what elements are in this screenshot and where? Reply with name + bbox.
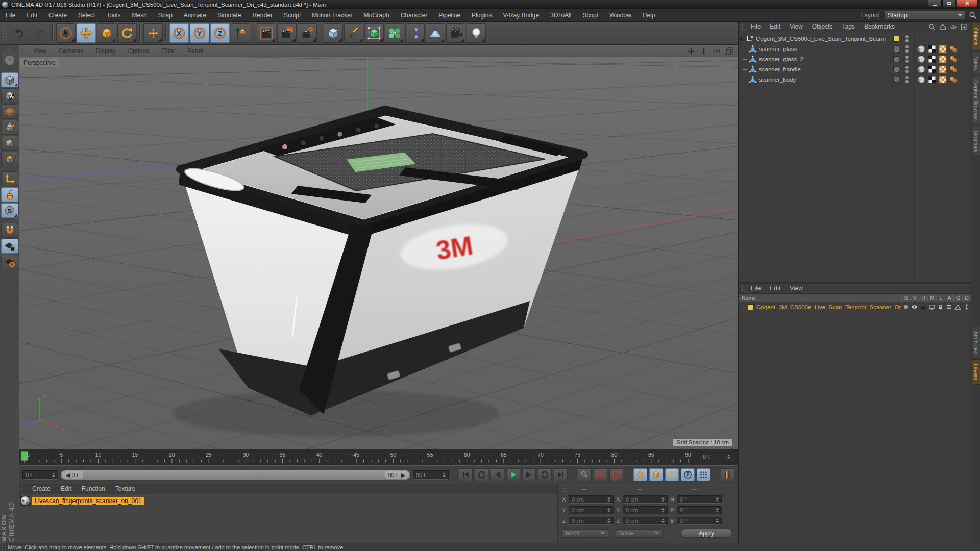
menu-item-panel[interactable]: Panel <box>181 45 209 57</box>
goto-end-button[interactable] <box>554 468 568 481</box>
object-tags[interactable] <box>917 45 958 53</box>
expand-toggle-icon[interactable] <box>740 37 744 41</box>
uvw-tag-icon[interactable] <box>928 76 936 84</box>
menu-item-animate[interactable]: Animate <box>178 9 212 21</box>
layout-select[interactable]: Startup <box>884 11 966 20</box>
camera-label[interactable]: Perspective <box>20 59 59 67</box>
frame-spinner[interactable] <box>727 455 730 459</box>
menu-item-render[interactable]: Render <box>247 9 278 21</box>
add-spline-button[interactable] <box>344 23 363 43</box>
menu-item-file[interactable]: File <box>746 22 765 32</box>
menu-item-function[interactable]: Function <box>77 484 110 494</box>
next-frame-button[interactable] <box>522 468 536 481</box>
add-layer-icon[interactable] <box>961 23 968 31</box>
range-start-field[interactable]: 0 F <box>22 470 58 480</box>
current-frame-field[interactable]: 0 F <box>700 452 733 461</box>
toggle-view-icon[interactable] <box>724 46 734 56</box>
coord-position-z-field[interactable]: 0 cm <box>569 517 614 525</box>
menu-item-bookmarks[interactable]: Bookmarks <box>860 22 899 32</box>
menu-item-snap[interactable]: Snap <box>153 9 178 21</box>
render-settings-button[interactable] <box>298 23 317 43</box>
range-end-field[interactable]: 90 F <box>413 470 449 480</box>
viewport-grip[interactable] <box>21 48 26 54</box>
object-row-scanner_handle[interactable]: scanner_handle <box>739 64 971 74</box>
coordinate-system-button[interactable] <box>231 23 250 43</box>
coord-scale-z-field[interactable]: 0 cm <box>623 517 668 525</box>
rail-grip[interactable] <box>7 46 12 52</box>
apply-button[interactable]: Apply <box>681 529 732 538</box>
range-slider-start-handle[interactable]: ◀ 0 F <box>62 471 83 479</box>
menu-item-mograph[interactable]: MoGraph <box>358 9 395 21</box>
menu-item-script[interactable]: Script <box>577 9 604 21</box>
timeline-ruler[interactable]: 051015202530354045505560657075808590 0 F <box>19 449 738 465</box>
toolbar-grip[interactable] <box>3 27 8 40</box>
key-rotation-button[interactable] <box>665 468 679 481</box>
tab-content-browser[interactable]: Content Browser <box>971 76 980 124</box>
material-grip[interactable] <box>21 486 26 492</box>
add-floor-button[interactable] <box>426 23 445 43</box>
coord-scale-x-field[interactable]: 0 cm <box>623 495 668 504</box>
range-slider-end-handle[interactable]: 90 F ▶ <box>384 471 409 479</box>
lock-y-axis-button[interactable]: Y <box>190 23 209 43</box>
enable-snap-button[interactable]: S <box>1 203 18 218</box>
menu-item-display[interactable]: Display <box>89 45 121 57</box>
menu-item-edit[interactable]: Edit <box>765 284 785 293</box>
material-thumbnail[interactable] <box>20 496 30 506</box>
texture-tag-icon[interactable] <box>939 76 947 84</box>
planar-workplane-button[interactable] <box>1 255 18 269</box>
menu-item-objects[interactable]: Objects <box>807 22 838 32</box>
object-tags[interactable] <box>917 55 958 63</box>
menu-item-options[interactable]: Options <box>122 45 155 57</box>
add-camera-button[interactable] <box>446 23 465 43</box>
menu-item-edit[interactable]: Edit <box>21 9 43 21</box>
visibility-toggles[interactable] <box>905 35 909 42</box>
layer-toggle-icons[interactable] <box>901 304 971 310</box>
polygons-mode-button[interactable] <box>1 152 18 166</box>
add-deformer-button[interactable] <box>405 23 425 43</box>
visibility-toggles[interactable] <box>905 56 909 63</box>
snap-magnet-button[interactable] <box>1 223 18 238</box>
add-cloner-button[interactable] <box>385 23 404 43</box>
key-position-button[interactable] <box>633 468 647 481</box>
texture-tag-icon[interactable] <box>939 55 947 63</box>
scanner-3d-model[interactable]: 3M <box>179 110 584 416</box>
enable-axis-mode-button[interactable] <box>1 171 18 186</box>
autokey-help-button[interactable]: ? <box>609 468 623 481</box>
object-row-scanner_body[interactable]: scanner_body <box>739 74 971 85</box>
key-scale-button[interactable] <box>649 468 663 481</box>
coordinate-space-select[interactable]: World <box>561 529 608 538</box>
material-tag-icon[interactable] <box>949 65 958 73</box>
material-tag-icon[interactable] <box>949 45 958 53</box>
pan-view-icon[interactable] <box>686 46 696 56</box>
object-row-scanner_glass_2[interactable]: scanner_glass_2 <box>739 54 971 64</box>
edges-mode-button[interactable] <box>1 136 18 151</box>
search-icon[interactable] <box>928 23 936 31</box>
menu-item-view[interactable]: View <box>785 284 807 293</box>
add-subdivision-surface-button[interactable] <box>364 23 384 43</box>
add-cube-button[interactable] <box>324 23 343 43</box>
menu-item-help[interactable]: Help <box>637 9 661 21</box>
play-forward-button[interactable] <box>506 468 520 481</box>
key-parameter-button[interactable]: P <box>681 468 695 481</box>
tab-attributes[interactable]: Attributes <box>971 327 980 358</box>
material-tag-icon[interactable] <box>949 76 958 84</box>
coord-position-y-field[interactable]: 0 cm <box>569 506 614 514</box>
object-tags[interactable] <box>917 65 958 73</box>
live-selection-button[interactable] <box>56 23 76 43</box>
coord-scale-y-field[interactable]: 0 cm <box>623 506 668 514</box>
texture-mode-button[interactable] <box>1 88 18 103</box>
menu-item-filter[interactable]: Filter <box>155 45 181 57</box>
object-manager-grip[interactable] <box>740 24 745 30</box>
rotate-view-icon[interactable] <box>712 46 722 56</box>
rotate-tool-button[interactable] <box>117 23 137 43</box>
menu-item-view[interactable]: View <box>785 22 807 32</box>
layer-name[interactable]: Cogent_3M_CS500e_Live_Scan_Tenprint_Scan… <box>756 304 901 310</box>
viewport-solo-button[interactable] <box>1 187 18 202</box>
menu-item-texture[interactable]: Texture <box>110 484 140 494</box>
material-tag-icon[interactable] <box>949 55 958 63</box>
object-tags[interactable] <box>917 76 958 84</box>
previous-frame-button[interactable] <box>491 468 504 481</box>
home-icon[interactable] <box>939 23 946 31</box>
move-tool-button[interactable] <box>77 23 96 43</box>
coord-rotation-b-field[interactable]: 0 ° <box>677 517 722 525</box>
